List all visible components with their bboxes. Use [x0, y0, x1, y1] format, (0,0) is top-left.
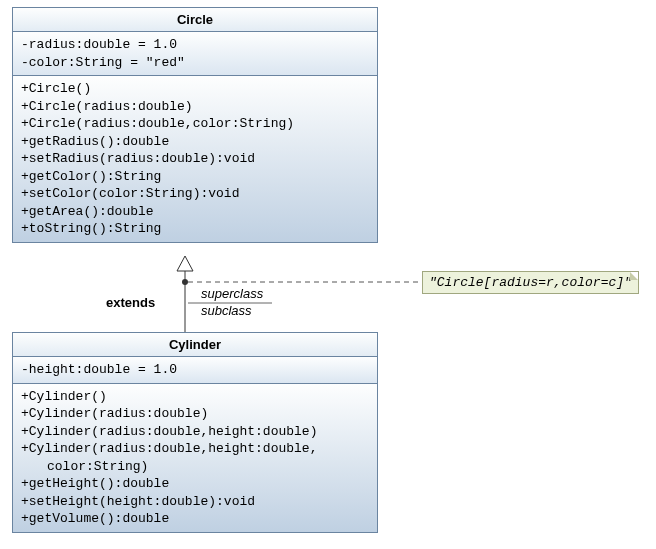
uml-method: +Cylinder()	[21, 388, 369, 406]
uml-method: +setHeight(height:double):void	[21, 493, 369, 511]
uml-method: +Cylinder(radius:double,height:double,	[21, 440, 369, 458]
uml-method: +Cylinder(radius:double,height:double)	[21, 423, 369, 441]
uml-method: color:String)	[21, 458, 369, 476]
uml-method: +setRadius(radius:double):void	[21, 150, 369, 168]
uml-methods: +Cylinder() +Cylinder(radius:double) +Cy…	[13, 384, 377, 532]
uml-method: +getVolume():double	[21, 510, 369, 528]
uml-method: +setColor(color:String):void	[21, 185, 369, 203]
uml-method: +getHeight():double	[21, 475, 369, 493]
uml-method: +getColor():String	[21, 168, 369, 186]
uml-method: +Circle(radius:double,color:String)	[21, 115, 369, 133]
uml-class-circle: Circle -radius:double = 1.0 -color:Strin…	[12, 7, 378, 243]
uml-attribute: -height:double = 1.0	[21, 361, 369, 379]
note-text: "Circle[radius=r,color=c]"	[429, 275, 632, 290]
svg-marker-0	[177, 256, 193, 271]
uml-method: +Circle(radius:double)	[21, 98, 369, 116]
uml-method: +Cylinder(radius:double)	[21, 405, 369, 423]
uml-attributes: -radius:double = 1.0 -color:String = "re…	[13, 32, 377, 76]
label-superclass: superclass	[201, 286, 263, 301]
uml-method: +getArea():double	[21, 203, 369, 221]
label-subclass: subclass	[201, 303, 252, 318]
uml-methods: +Circle() +Circle(radius:double) +Circle…	[13, 76, 377, 242]
uml-method: +getRadius():double	[21, 133, 369, 151]
uml-method: +Circle()	[21, 80, 369, 98]
uml-class-cylinder: Cylinder -height:double = 1.0 +Cylinder(…	[12, 332, 378, 533]
label-extends: extends	[106, 295, 155, 310]
uml-attributes: -height:double = 1.0	[13, 357, 377, 384]
uml-note: "Circle[radius=r,color=c]"	[422, 271, 639, 294]
uml-method: +toString():String	[21, 220, 369, 238]
uml-class-name: Circle	[13, 8, 377, 32]
uml-attribute: -radius:double = 1.0	[21, 36, 369, 54]
uml-class-name: Cylinder	[13, 333, 377, 357]
uml-attribute: -color:String = "red"	[21, 54, 369, 72]
note-anchor-dot	[182, 279, 188, 285]
